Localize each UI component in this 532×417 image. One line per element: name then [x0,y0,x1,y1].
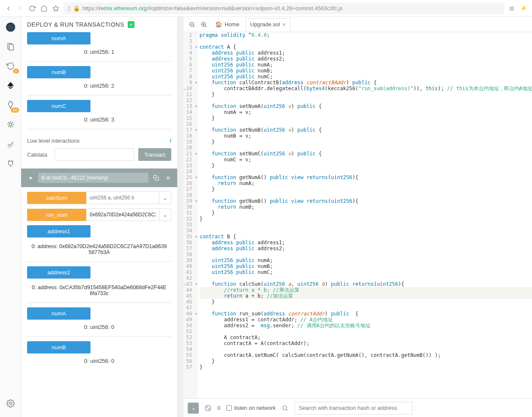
svg-point-8 [9,403,11,405]
address2-result: 0: address: 0xCA35b7d915458EF540aDe6068d… [27,279,171,302]
bolt-icon[interactable]: ⚡ [519,4,528,13]
numA2-button[interactable]: numA [27,307,90,320]
terminal-toggle-icon[interactable]: ⌄ [188,403,199,414]
reload-icon[interactable] [28,4,36,13]
numA2-result: 0: uint256: 0 [27,320,171,336]
svg-point-2 [8,25,13,30]
debugger-icon[interactable] [5,119,16,130]
svg-point-19 [282,406,286,409]
divider [27,129,171,130]
lowlevel-label: Low level interactionsi [27,137,171,144]
zoom-in-icon[interactable] [199,21,209,28]
file-explorer-icon[interactable] [5,41,16,52]
tab-upgrade[interactable]: Upgrade.sol× [246,18,291,31]
close-icon[interactable]: × [282,21,286,28]
svg-line-20 [286,409,288,411]
test-icon[interactable] [5,138,16,150]
star-icon[interactable] [52,4,60,13]
code-editor[interactable]: ⚠⚠ 1234567891011121314151617181920212223… [184,32,532,398]
chevron-down-icon[interactable]: ⌄ [159,208,171,221]
home-icon: 🏠 [215,21,222,28]
panel-scrollbar[interactable] [178,17,184,417]
search-icon[interactable] [282,405,288,411]
book-icon[interactable]: ≡ [128,21,134,28]
calldata-input[interactable] [55,148,134,161]
copy-icon[interactable] [152,174,160,182]
terminal-bar: ⌄ 0 listen on network [184,398,532,417]
instance-header: ▾ B at 0xdC0...46222 (memory) ✕ [21,168,177,187]
url-text: https://remix.ethereum.org/#optimize=fal… [82,5,343,11]
calcSum-input[interactable] [86,191,159,204]
settings-icon[interactable] [5,398,16,409]
svg-rect-9 [155,177,159,180]
forward-icon[interactable] [16,4,25,13]
tab-home[interactable]: 🏠Home [211,18,244,30]
address2-button[interactable]: address2 [27,266,90,279]
instance-name: B at 0xdC0...46222 (memory) [38,173,148,183]
pending-count: 0 [217,405,220,411]
svg-marker-5 [7,82,14,87]
svg-line-18 [206,406,210,410]
chevron-down-icon[interactable]: ▾ [26,174,35,182]
transact-button[interactable]: Transact [138,148,171,161]
listen-checkbox[interactable]: listen on network [226,405,276,411]
divider [27,261,171,262]
url-bar[interactable]: ▯ 🔒 https://remix.ethereum.org/#optimize… [63,3,504,14]
calldata-label: Calldata [27,152,50,158]
svg-point-7 [9,123,12,126]
qr-icon[interactable]: ▦ [507,4,516,13]
icon-sidebar: 2 28 [0,17,21,417]
numC-result: 0: uint256: 3 [27,112,171,129]
analysis-badge: 28 [11,108,19,113]
close-icon[interactable]: ✕ [164,174,172,182]
deploy-panel: DEPLOY & RUN TRANSACTIONS ≡ numA 0: uint… [21,17,178,417]
divider [27,61,171,62]
numB2-result: 0: uint256: 0 [27,353,171,370]
svg-rect-4 [9,44,13,50]
numA-button[interactable]: numA [27,32,90,44]
analysis-icon[interactable]: 28 [5,99,16,111]
browser-toolbar: ▯ 🔒 https://remix.ethereum.org/#optimize… [0,0,532,17]
divider [27,95,171,96]
numB-button[interactable]: numB [27,66,90,78]
zoom-out-icon[interactable] [187,21,197,28]
deploy-icon[interactable] [5,80,16,91]
runsum-button[interactable]: run_sum [27,209,86,221]
address1-button[interactable]: address1 [27,225,90,237]
back-icon[interactable] [4,4,13,13]
calcSum-button[interactable]: calcSum [27,192,86,204]
panel-title: DEPLOY & RUN TRANSACTIONS [27,21,124,28]
home-icon[interactable] [40,4,48,13]
editor-area: 🏠Home Upgrade.sol× ⚠⚠ 123456789101112131… [184,17,532,417]
svg-line-11 [193,26,195,27]
ban-icon[interactable] [205,405,211,411]
remix-logo-icon[interactable] [5,21,16,33]
divider [27,302,171,303]
divider [27,336,171,337]
svg-marker-0 [53,6,58,11]
info-icon[interactable]: i [170,137,171,144]
plugin-icon[interactable] [5,157,16,169]
compiler-badge: 2 [13,69,19,74]
lock-icon: 🔒 [73,5,80,11]
svg-line-14 [205,26,206,27]
numB2-button[interactable]: numB [27,341,90,353]
numB-result: 0: uint256: 2 [27,78,171,95]
terminal-search-input[interactable] [294,402,413,414]
editor-tabbar: 🏠Home Upgrade.sol× [184,17,532,32]
shield-icon: ▯ [68,5,71,11]
numA-result: 0: uint256: 1 [27,44,171,61]
address1-result: 0: address: 0x692a70D2e424a56D2C6C27aA97… [27,237,171,261]
numC-button[interactable]: numC [27,100,90,112]
runsum-input[interactable] [86,208,159,221]
compiler-icon[interactable]: 2 [5,60,16,72]
chevron-down-icon[interactable]: ⌄ [159,191,171,204]
